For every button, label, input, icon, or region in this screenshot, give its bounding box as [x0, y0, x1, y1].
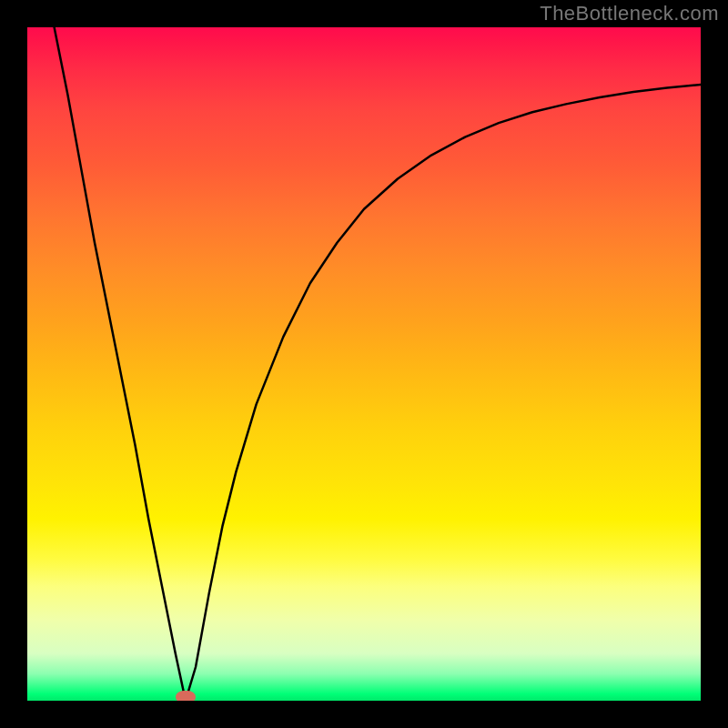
minimum-marker — [176, 691, 196, 701]
curve-path — [55, 27, 701, 701]
plot-area — [27, 27, 701, 701]
chart-frame: TheBottleneck.com — [0, 0, 728, 728]
line-chart-svg — [27, 27, 701, 701]
watermark-text: TheBottleneck.com — [540, 2, 719, 25]
